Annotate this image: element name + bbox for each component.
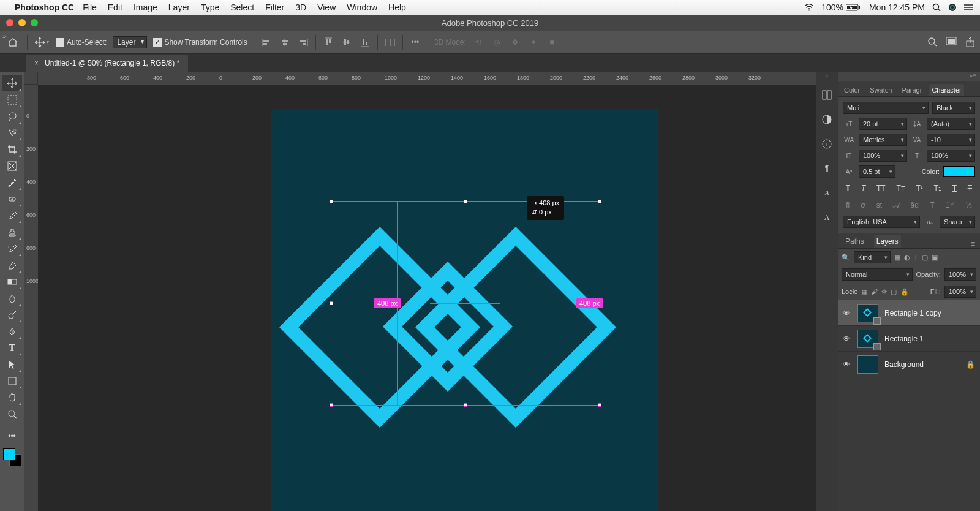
close-window-button[interactable] — [6, 19, 13, 26]
stamp-tool[interactable] — [2, 224, 22, 240]
filter-smart-icon[interactable]: ▣ — [932, 254, 938, 262]
menu-extras-icon[interactable] — [964, 4, 974, 11]
panel-icon-paragraph[interactable]: ¶ — [820, 162, 834, 175]
filter-pixel-icon[interactable]: ▦ — [894, 254, 900, 262]
menu-image[interactable]: Image — [134, 2, 157, 12]
lock-trans-icon[interactable]: ▦ — [861, 288, 867, 296]
layer-item[interactable]: 👁 Rectangle 1 — [838, 326, 980, 352]
panel-icon-adjustments[interactable] — [820, 113, 834, 126]
align-right-icon[interactable] — [297, 36, 309, 48]
ordinals-button[interactable]: 1ˢᵗ — [946, 201, 955, 210]
menu-file[interactable]: File — [83, 2, 97, 12]
horizontal-ruler[interactable]: 800 600 400 200 0 200 400 600 800 1000 1… — [38, 72, 816, 85]
handle-sw[interactable] — [330, 403, 333, 407]
lock-nest-icon[interactable]: ▢ — [891, 288, 897, 296]
shape-tool[interactable] — [2, 373, 22, 389]
leading-select[interactable]: (Auto) — [927, 118, 975, 130]
siri-icon[interactable] — [948, 3, 957, 12]
auto-select-target[interactable]: Layer — [113, 36, 147, 48]
tab-character[interactable]: Character — [929, 84, 963, 96]
ruler-origin[interactable] — [24, 72, 38, 85]
panel-menu-icon[interactable]: ≡ — [971, 240, 975, 248]
layer-item[interactable]: 👁 Rectangle 1 copy — [838, 300, 980, 326]
document-tab[interactable]: × Untitled-1 @ 50% (Rectangle 1, RGB/8) … — [26, 55, 188, 72]
align-vcenter-icon[interactable] — [341, 36, 353, 48]
allcaps-button[interactable]: TT — [876, 184, 886, 192]
layer-name-label[interactable]: Background — [884, 360, 960, 369]
auto-select-checkbox[interactable]: Auto-Select: — [56, 38, 107, 47]
text-color-swatch[interactable] — [943, 166, 975, 177]
expand-toolbar-icon[interactable]: » — [2, 33, 6, 40]
font-family-select[interactable]: Muli — [843, 102, 929, 114]
tracking-select[interactable]: -10 — [927, 134, 975, 146]
pen-tool[interactable] — [2, 323, 22, 339]
layer-item[interactable]: 👁 Background 🔒 — [838, 352, 980, 377]
panel-icon-glyphs[interactable]: A — [820, 186, 834, 200]
contextual-button[interactable]: ơ — [861, 201, 865, 210]
underline-button[interactable]: T — [952, 184, 957, 192]
tab-paths[interactable]: Paths — [843, 235, 867, 248]
handle-s[interactable] — [464, 403, 467, 407]
viewport[interactable]: 408 px 408 px ⇥ 408 px ⇵ 0 px — [38, 85, 816, 511]
language-select[interactable]: English: USA — [843, 216, 920, 228]
lock-pixels-icon[interactable]: 🖌 — [871, 288, 878, 295]
spotlight-icon[interactable] — [932, 3, 941, 12]
align-left-icon[interactable] — [260, 36, 273, 48]
menu-select[interactable]: Select — [230, 2, 254, 12]
collapse-panels-icon[interactable]: « — [816, 72, 838, 81]
eyedropper-tool[interactable] — [2, 174, 22, 191]
handle-nw[interactable] — [330, 200, 333, 203]
align-hcenter-icon[interactable] — [279, 36, 291, 48]
type-tool[interactable]: T — [2, 339, 22, 356]
handle-ne[interactable] — [598, 200, 601, 203]
tab-layers[interactable]: Layers — [874, 235, 901, 248]
hscale-input[interactable]: 100% — [927, 150, 975, 162]
layer-name-label[interactable]: Rectangle 1 copy — [884, 309, 975, 317]
handle-w[interactable] — [330, 301, 333, 305]
move-tool[interactable] — [2, 75, 22, 91]
menu-help[interactable]: Help — [388, 2, 406, 12]
menu-filter[interactable]: Filter — [265, 2, 284, 12]
filter-shape-icon[interactable]: ▢ — [922, 254, 928, 262]
wifi-icon[interactable] — [804, 4, 814, 11]
zoom-tool[interactable] — [2, 406, 22, 422]
brush-tool[interactable] — [2, 207, 22, 224]
home-button[interactable] — [5, 34, 21, 50]
lock-pos-icon[interactable]: ✥ — [881, 288, 887, 296]
battery-status[interactable]: 100% — [821, 2, 862, 12]
path-select-tool[interactable] — [2, 356, 22, 373]
dodge-tool[interactable] — [2, 306, 22, 323]
visibility-toggle[interactable]: 👁 — [843, 309, 851, 317]
layer-thumbnail[interactable] — [858, 330, 878, 348]
panel-flyout-icon[interactable]: »≡ — [838, 72, 980, 81]
swash-button[interactable]: 𝒜 — [893, 201, 899, 210]
crop-tool[interactable] — [2, 141, 22, 157]
frame-tool[interactable] — [2, 157, 22, 174]
discretionary-button[interactable]: st — [876, 201, 882, 210]
close-tab-icon[interactable]: × — [34, 59, 39, 67]
handle-se[interactable] — [598, 403, 601, 407]
tab-swatches[interactable]: Swatch — [867, 84, 894, 96]
gradient-tool[interactable] — [2, 273, 22, 290]
superscript-button[interactable]: T¹ — [916, 184, 923, 192]
filter-type-icon[interactable]: T — [914, 254, 918, 261]
lock-all-icon[interactable]: 🔒 — [900, 288, 909, 296]
menu-layer[interactable]: Layer — [168, 2, 190, 12]
fractions-button[interactable]: ½ — [966, 201, 972, 210]
move-tool-indicator[interactable]: ▾ — [34, 34, 50, 50]
panel-icon-character[interactable]: A — [820, 211, 834, 224]
antialias-select[interactable]: Sharp — [940, 216, 975, 228]
font-size-select[interactable]: 20 pt — [859, 118, 907, 130]
kerning-select[interactable]: Metrics — [859, 134, 907, 146]
menu-window[interactable]: Window — [347, 2, 377, 12]
font-style-select[interactable]: Black — [932, 102, 975, 114]
healing-tool[interactable] — [2, 191, 22, 207]
subscript-button[interactable]: T₁ — [934, 184, 941, 192]
hand-tool[interactable] — [2, 389, 22, 406]
quick-select-tool[interactable] — [2, 124, 22, 141]
layer-name-label[interactable]: Rectangle 1 — [884, 335, 975, 343]
clock[interactable]: Mon 12:45 PM — [869, 2, 925, 12]
vertical-ruler[interactable]: 0 200 400 600 800 1000 — [24, 85, 38, 511]
menu-edit[interactable]: Edit — [108, 2, 123, 12]
faux-italic-button[interactable]: T — [861, 184, 865, 192]
